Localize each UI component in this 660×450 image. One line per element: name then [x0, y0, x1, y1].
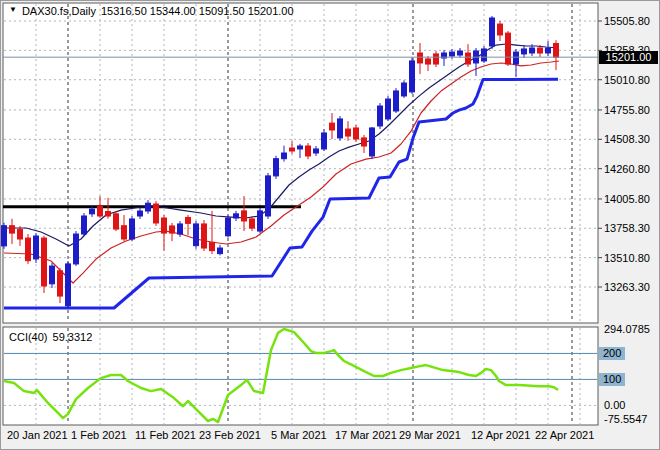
- candle-bull: [298, 146, 303, 149]
- candle-bear: [354, 128, 359, 139]
- price-tick-label: 15010.80: [604, 74, 650, 86]
- date-tick-label: 22 Apr 2021: [535, 429, 594, 441]
- price-tick-label: 13510.80: [604, 252, 650, 264]
- candle-bull: [522, 49, 527, 54]
- price-tick-label: 14260.80: [604, 163, 650, 175]
- chart-window: ▼ DAX30.fs,Daily 15316.50 15344.00 15091…: [0, 0, 660, 450]
- candle-bull: [458, 51, 463, 55]
- date-tick-label: 23 Feb 2021: [199, 429, 261, 441]
- price-tick-label: 13758.30: [604, 222, 650, 234]
- candle-bear: [554, 43, 559, 57]
- chart-title-bar[interactable]: ▼ DAX30.fs,Daily 15316.50 15344.00 15091…: [9, 5, 294, 17]
- candle-bear: [306, 146, 311, 156]
- symbol-timeframe-label: DAX30.fs,Daily: [22, 5, 96, 17]
- candle-bull: [2, 226, 7, 246]
- candle-bull: [178, 224, 183, 234]
- candle-bear: [426, 59, 431, 64]
- candle-bear: [330, 123, 335, 130]
- date-tick-label: 12 Apr 2021: [471, 429, 530, 441]
- candle-bull: [90, 209, 95, 214]
- indicator-title: CCI(40) 59.3312: [9, 331, 92, 343]
- candle-bear: [162, 218, 167, 233]
- current-price-tag: 15201.00: [599, 51, 658, 64]
- price-tick-label: 14005.80: [604, 193, 650, 205]
- candle-bull: [226, 218, 231, 236]
- cci-level-tag: 100: [599, 373, 625, 386]
- candle-bear: [202, 224, 207, 248]
- price-tick-label: 14755.80: [604, 104, 650, 116]
- candle-bear: [122, 226, 127, 239]
- cci-tick-label: 294.0785: [604, 323, 650, 335]
- date-tick-label: 20 Jan 2021: [7, 429, 68, 441]
- candle-bull: [274, 159, 279, 176]
- candle-bull: [130, 219, 135, 239]
- candle-bull: [490, 18, 495, 46]
- candle-bear: [170, 226, 175, 233]
- candle-bear: [210, 242, 215, 250]
- candle-bull: [450, 52, 455, 56]
- date-tick-label: 29 Mar 2021: [399, 429, 461, 441]
- candle-bear: [362, 138, 367, 146]
- candle-bull: [138, 211, 143, 216]
- candle-bear: [42, 238, 47, 286]
- candle-bull: [482, 49, 487, 61]
- candle-bear: [418, 53, 423, 63]
- candle-bull: [514, 52, 519, 64]
- candle-bear: [346, 129, 351, 136]
- candle-bear: [10, 226, 15, 233]
- candle-bull: [394, 91, 399, 111]
- cci-level-tag: 200: [599, 347, 625, 360]
- date-tick-label: 5 Mar 2021: [271, 429, 327, 441]
- candle-bull: [378, 106, 383, 126]
- candle-bull: [218, 248, 223, 254]
- cci-tick-label: 0.00: [604, 399, 625, 411]
- candle-bear: [26, 238, 31, 261]
- candle-bear: [98, 206, 103, 216]
- date-tick-label: 17 Mar 2021: [335, 429, 397, 441]
- candle-bull: [266, 176, 271, 216]
- candle-bull: [146, 203, 151, 211]
- candle-bear: [498, 24, 503, 35]
- price-tick-label: 14508.30: [604, 133, 650, 145]
- candle-bear: [250, 219, 255, 228]
- candle-bear: [506, 33, 511, 64]
- price-tick-label: 13263.30: [604, 281, 650, 293]
- indicator-name-label: CCI(40): [9, 331, 48, 343]
- candle-bull: [530, 48, 535, 53]
- price-tick-label: 15505.80: [604, 15, 650, 27]
- candle-bull: [282, 153, 287, 159]
- candle-bull: [338, 119, 343, 138]
- candle-bull: [234, 214, 239, 218]
- candle-bear: [434, 54, 439, 64]
- candle-bull: [322, 133, 327, 149]
- candle-bull: [194, 224, 199, 246]
- candle-bear: [106, 211, 111, 216]
- candle-bear: [538, 48, 543, 53]
- candle-bull: [546, 48, 551, 53]
- title-ohlc-values: 15316.50 15344.00 15091.50 15201.00: [101, 5, 294, 17]
- candle-bull: [314, 149, 319, 153]
- candle-bear: [242, 211, 247, 221]
- candle-bull: [74, 234, 79, 264]
- candle-bull: [258, 211, 263, 231]
- candle-bear: [114, 214, 119, 229]
- candle-bear: [18, 229, 23, 239]
- cci-tick-label: -75.5547: [604, 413, 647, 425]
- symbol-dropdown-icon[interactable]: ▼: [9, 4, 17, 16]
- candle-bull: [50, 266, 55, 284]
- date-tick-label: 1 Feb 2021: [71, 429, 127, 441]
- candle-bull: [370, 128, 375, 156]
- candle-bull: [402, 83, 407, 96]
- candle-bear: [154, 204, 159, 223]
- candle-bull: [34, 236, 39, 259]
- candle-bear: [58, 271, 63, 296]
- candle-bull: [66, 264, 71, 306]
- candle-bull: [386, 99, 391, 119]
- candle-bear: [186, 217, 191, 223]
- candle-bull: [82, 216, 87, 234]
- date-tick-label: 11 Feb 2021: [135, 429, 196, 441]
- candle-bear: [290, 148, 295, 151]
- indicator-value-label: 59.3312: [53, 331, 93, 343]
- candle-bull: [410, 61, 415, 92]
- chart-canvas[interactable]: [1, 1, 660, 450]
